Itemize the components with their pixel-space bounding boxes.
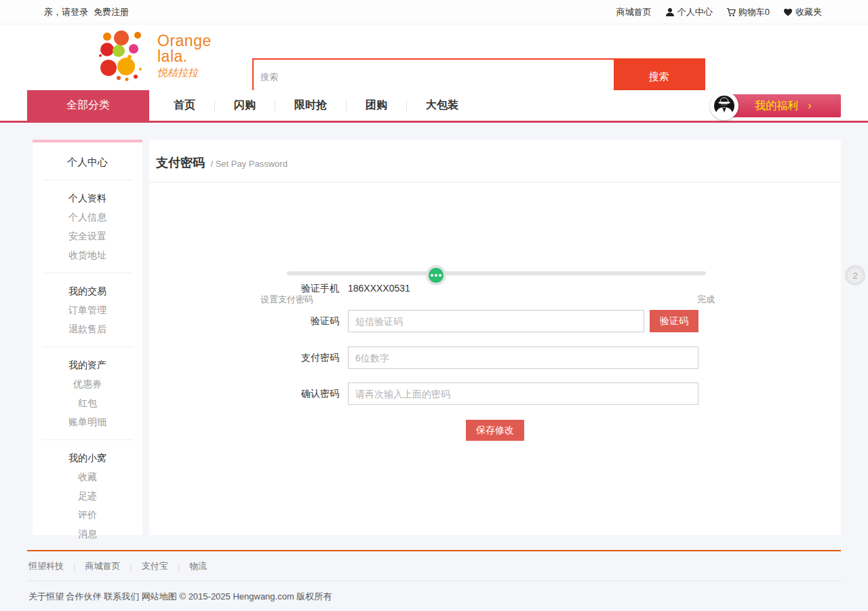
main-nav: 全部分类 首页 闪购 限时抢 团购 大包装 我的福利 › xyxy=(0,90,868,123)
footer-link-mall-home[interactable]: 商城首页 xyxy=(85,560,120,572)
nav-item-bulk-pack[interactable]: 大包装 xyxy=(407,98,477,113)
sidebar-item-shipping-address[interactable]: 收货地址 xyxy=(33,245,142,264)
register-link[interactable]: 免费注册 xyxy=(94,6,129,18)
footer-separator: | xyxy=(178,561,180,572)
sidebar-section-transactions: 我的交易 订单管理 退款售后 xyxy=(33,273,142,347)
sidebar-header-transactions[interactable]: 我的交易 xyxy=(33,281,142,300)
code-label: 验证码 xyxy=(285,315,339,328)
topbar: 亲，请登录 免费注册 商城首页 个人中心 购物车0 收藏夹 xyxy=(0,0,868,24)
main-panel: 支付密码 / Set Pay Password 2 设置支付密码 完成 验证手机… xyxy=(149,140,841,535)
sidebar-item-red-packets[interactable]: 红包 xyxy=(33,393,142,412)
sidebar-item-footprints[interactable]: 足迹 xyxy=(33,486,142,505)
nav-menu: 首页 闪购 限时抢 团购 大包装 xyxy=(155,90,477,121)
nav-item-flash-sale[interactable]: 闪购 xyxy=(215,98,275,113)
nav-item-limited-time[interactable]: 限时抢 xyxy=(275,98,346,113)
nav-item-home[interactable]: 首页 xyxy=(155,98,214,113)
search-button[interactable]: 搜索 xyxy=(614,60,704,94)
sidebar-header-profile[interactable]: 个人资料 xyxy=(33,189,142,208)
pay-password-form: 验证手机 186XXXX0531 验证码 验证码 支付密码 确认密码 保存修改 xyxy=(149,140,841,535)
topbar-link-mall-home[interactable]: 商城首页 xyxy=(616,6,652,18)
all-categories-button[interactable]: 全部分类 xyxy=(27,90,149,121)
sms-code-input[interactable] xyxy=(348,310,644,332)
user-icon xyxy=(665,7,675,17)
get-code-button[interactable]: 验证码 xyxy=(650,310,698,332)
sidebar-item-bill-details[interactable]: 账单明细 xyxy=(33,412,142,431)
topbar-link-favorites[interactable]: 收藏夹 xyxy=(783,6,822,18)
sidebar-title-personal-center[interactable]: 个人中心 xyxy=(33,142,142,180)
search-input[interactable] xyxy=(254,60,614,94)
footer-inner: 恒望科技 | 商城首页 | 支付宝 | 物流 关于恒望 合作伙伴 联系我们 网站… xyxy=(27,550,841,603)
sidebar-item-personal-info[interactable]: 个人信息 xyxy=(33,208,142,226)
step-circle-pending: 2 xyxy=(845,265,865,285)
avatar[interactable] xyxy=(710,92,738,120)
save-button[interactable]: 保存修改 xyxy=(466,420,524,441)
cart-icon xyxy=(726,7,736,17)
nav-item-group-buy[interactable]: 团购 xyxy=(347,98,406,113)
sidebar: 个人中心 个人资料 个人信息 安全设置 收货地址 我的交易 订单管理 退款售后 … xyxy=(33,140,142,535)
sidebar-item-refund-aftersale[interactable]: 退款售后 xyxy=(33,319,142,338)
footer-separator: | xyxy=(73,561,75,572)
footer-link-hengwang-tech[interactable]: 恒望科技 xyxy=(28,560,64,572)
sidebar-header-my-nest[interactable]: 我的小窝 xyxy=(33,448,142,467)
footer-separator: | xyxy=(130,561,132,572)
confirm-password-input[interactable] xyxy=(348,382,698,405)
login-link[interactable]: 亲，请登录 xyxy=(44,6,88,18)
footer: 恒望科技 | 商城首页 | 支付宝 | 物流 关于恒望 合作伙伴 联系我们 网站… xyxy=(0,550,868,610)
content-area: 个人中心 个人资料 个人信息 安全设置 收货地址 我的交易 订单管理 退款售后 … xyxy=(0,123,868,550)
sidebar-item-security-settings[interactable]: 安全设置 xyxy=(33,226,142,245)
sidebar-header-assets[interactable]: 我的资产 xyxy=(33,355,142,374)
my-benefits-button[interactable]: 我的福利 › xyxy=(726,94,841,117)
topbar-link-cart[interactable]: 购物车0 xyxy=(726,6,770,18)
logo[interactable]: Orange lala. 悦桔拉拉 xyxy=(99,28,212,84)
sidebar-section-assets: 我的资产 优惠券 红包 账单明细 xyxy=(33,347,142,439)
sidebar-section-my-nest: 我的小窝 收藏 足迹 评价 消息 xyxy=(33,440,142,551)
pay-password-input[interactable] xyxy=(348,347,698,369)
logo-bubbles-icon xyxy=(99,28,149,84)
sidebar-item-messages[interactable]: 消息 xyxy=(33,524,142,543)
logo-text: Orange lala. 悦桔拉拉 xyxy=(157,33,212,79)
sidebar-item-reviews[interactable]: 评价 xyxy=(33,505,142,524)
sidebar-item-coupons[interactable]: 优惠券 xyxy=(33,374,142,393)
logo-line1: Orange xyxy=(157,33,212,49)
sidebar-section-profile: 个人资料 个人信息 安全设置 收货地址 xyxy=(33,180,142,273)
benefits-area: 我的福利 › xyxy=(710,94,841,117)
phone-label: 验证手机 xyxy=(285,283,339,295)
logo-subtitle: 悦桔拉拉 xyxy=(157,66,212,79)
footer-link-alipay[interactable]: 支付宝 xyxy=(142,560,168,572)
site-header: Orange lala. 悦桔拉拉 搜索 xyxy=(0,24,868,90)
confirm-password-label: 确认密码 xyxy=(285,388,339,400)
heart-icon xyxy=(783,7,793,17)
sidebar-item-order-management[interactable]: 订单管理 xyxy=(33,300,142,319)
logo-line2: lala. xyxy=(157,49,212,64)
phone-value: 186XXXX0531 xyxy=(348,283,410,294)
sidebar-item-favorites[interactable]: 收藏 xyxy=(33,467,142,486)
copyright-text: 关于恒望 合作伙伴 联系我们 网站地图 © 2015-2025 Hengwang… xyxy=(27,581,841,603)
pay-password-label: 支付密码 xyxy=(285,352,339,364)
footer-links: 恒望科技 | 商城首页 | 支付宝 | 物流 xyxy=(27,551,841,581)
topbar-links: 商城首页 个人中心 购物车0 收藏夹 xyxy=(616,6,822,18)
chevron-right-icon: › xyxy=(808,100,811,112)
topbar-login-area: 亲，请登录 免费注册 xyxy=(44,6,129,18)
footer-link-logistics[interactable]: 物流 xyxy=(189,560,207,572)
topbar-link-personal-center[interactable]: 个人中心 xyxy=(665,6,713,18)
